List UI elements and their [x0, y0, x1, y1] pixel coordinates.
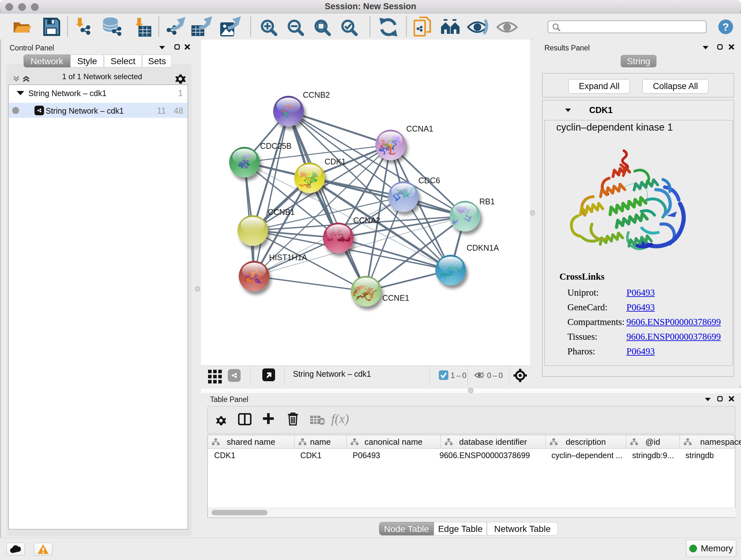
svg-text:CDK1: CDK1 — [325, 157, 346, 166]
svg-text:CDC6: CDC6 — [418, 176, 440, 185]
svg-text:CDKN1A: CDKN1A — [467, 243, 499, 252]
svg-text:CCNB2: CCNB2 — [303, 90, 330, 99]
svg-text:CCNE1: CCNE1 — [382, 294, 409, 302]
svg-text:CCNA1: CCNA1 — [406, 124, 433, 133]
svg-text:CCNA2: CCNA2 — [353, 216, 381, 225]
svg-text:?: ? — [723, 21, 729, 33]
svg-text:RB1: RB1 — [479, 197, 495, 206]
svg-text:HIST1H1A: HIST1H1A — [269, 253, 307, 262]
svg-text:CCNB1: CCNB1 — [268, 207, 295, 216]
svg-text:CDC25B: CDC25B — [260, 141, 292, 150]
